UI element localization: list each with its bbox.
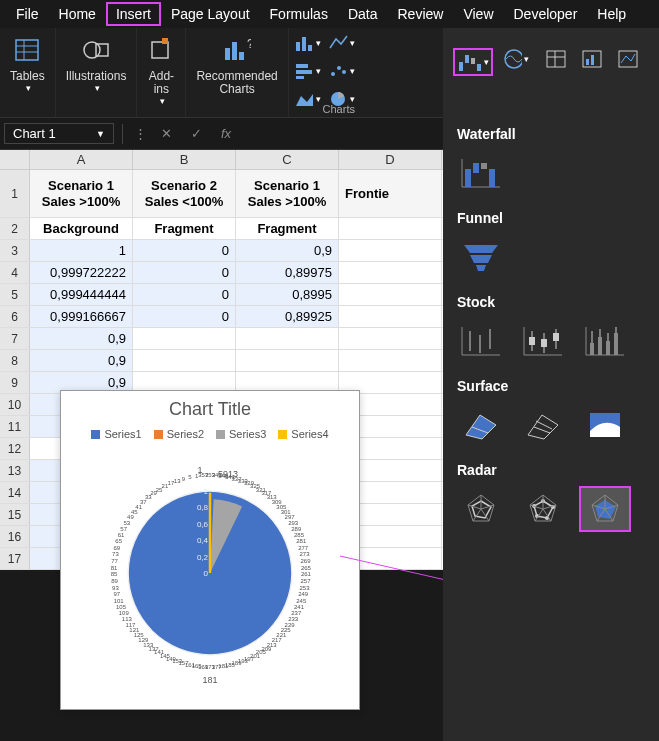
gallery-section-title: Surface [457, 378, 645, 394]
chart-map-button[interactable]: ▾ [503, 48, 529, 70]
svg-rect-161 [541, 339, 547, 347]
gallery-section-title: Radar [457, 462, 645, 478]
svg-rect-131 [465, 55, 469, 63]
surface-chart-option-3[interactable] [581, 404, 629, 446]
chart-pivot-button[interactable] [543, 48, 569, 70]
gallery-section-title: Waterfall [457, 126, 645, 142]
svg-rect-166 [590, 343, 594, 355]
svg-rect-130 [459, 62, 463, 71]
gallery-funnel-section: Funnel [443, 202, 659, 286]
svg-rect-159 [529, 337, 535, 345]
svg-rect-147 [489, 169, 495, 187]
radar-chart-option-2[interactable] [519, 488, 567, 530]
svg-marker-149 [470, 255, 492, 263]
gallery-surface-section: Surface [443, 370, 659, 454]
radar-chart-option-1[interactable] [457, 488, 505, 530]
chart-gallery-panel: ▾ ▾ Waterfall Funnel Stock [443, 28, 659, 741]
svg-line-177 [534, 427, 550, 433]
waterfall-chart-option[interactable] [457, 152, 505, 194]
svg-rect-132 [471, 58, 475, 64]
svg-rect-135 [547, 51, 565, 67]
radar-chart-option-filled[interactable] [581, 488, 629, 530]
svg-rect-133 [477, 64, 481, 71]
svg-rect-140 [591, 55, 594, 65]
svg-rect-139 [586, 59, 589, 65]
stock-chart-option-2[interactable] [519, 320, 567, 362]
svg-marker-150 [476, 265, 486, 271]
surface-chart-option-2[interactable] [519, 404, 567, 446]
gallery-waterfall-section: Waterfall [443, 118, 659, 202]
svg-line-198 [530, 505, 543, 509]
svg-marker-174 [466, 415, 496, 439]
chart-sparkline-button[interactable] [579, 48, 605, 70]
gallery-radar-section: Radar [443, 454, 659, 538]
svg-rect-141 [619, 51, 637, 67]
svg-rect-168 [606, 341, 610, 355]
surface-chart-option-1[interactable] [457, 404, 505, 446]
svg-rect-167 [598, 337, 602, 355]
svg-marker-148 [464, 245, 498, 253]
svg-marker-176 [528, 415, 558, 439]
stock-chart-option-1[interactable] [457, 320, 505, 362]
gallery-section-title: Stock [457, 294, 645, 310]
gallery-stock-section: Stock [443, 286, 659, 370]
svg-rect-144 [465, 169, 471, 187]
funnel-chart-option[interactable] [457, 236, 505, 278]
svg-rect-169 [614, 333, 618, 355]
chart-more-button[interactable] [615, 48, 641, 70]
svg-rect-146 [481, 163, 487, 169]
svg-line-178 [536, 421, 552, 429]
gallery-section-title: Funnel [457, 210, 645, 226]
svg-rect-163 [553, 333, 559, 341]
svg-rect-145 [473, 163, 479, 173]
svg-line-186 [468, 505, 481, 509]
stock-chart-option-3[interactable] [581, 320, 629, 362]
chart-waterfall-dropdown[interactable]: ▾ [453, 48, 493, 76]
svg-line-184 [481, 509, 489, 521]
